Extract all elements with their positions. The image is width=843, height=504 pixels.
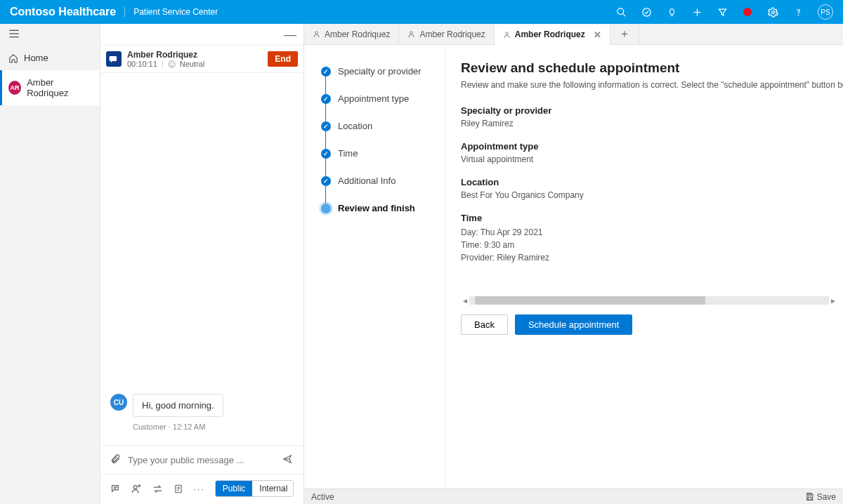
transfer-icon[interactable]	[152, 483, 163, 494]
review-subtitle: Review and make sure the following infor…	[461, 80, 843, 90]
svg-point-21	[315, 32, 318, 34]
chat-channel-icon	[106, 51, 122, 67]
minimize-icon[interactable]: —	[284, 27, 296, 42]
status-state: Active	[311, 492, 334, 502]
time-day: Day: Thu Apr 29 2021	[461, 226, 843, 239]
tab-add[interactable]: ＋	[610, 24, 639, 44]
appt-type-label: Appointment type	[461, 141, 843, 152]
tab-patient-1[interactable]: Amber Rodriquez	[304, 24, 399, 44]
svg-rect-24	[808, 493, 811, 496]
customer-avatar: CU	[110, 394, 127, 411]
specialty-value: Riley Ramirez	[461, 119, 843, 128]
step-label: Time	[338, 148, 358, 159]
appt-type-value: Virtual appointment	[461, 154, 843, 164]
session-name: Amber Rodriquez	[127, 50, 262, 60]
svg-point-22	[410, 32, 413, 34]
review-title: Review and schedule appointment	[461, 60, 843, 76]
step-time[interactable]: Time	[321, 140, 438, 167]
horizontal-scrollbar[interactable]: ◄ ►	[461, 296, 837, 305]
status-bar: Active Save	[304, 489, 843, 504]
location-label: Location	[461, 177, 843, 187]
toggle-internal[interactable]: Internal	[252, 481, 294, 496]
quick-reply-icon[interactable]	[110, 483, 122, 494]
search-icon[interactable]	[615, 6, 627, 18]
end-button[interactable]: End	[268, 51, 298, 67]
filter-icon[interactable]	[717, 6, 728, 18]
svg-point-23	[505, 32, 508, 34]
svg-point-10	[169, 60, 175, 67]
save-label: Save	[817, 492, 836, 502]
chat-body: CU Hi, good morning. Customer · 12:12 AM	[100, 73, 303, 445]
scroll-left-icon[interactable]: ◄	[461, 297, 469, 305]
step-additional[interactable]: Additional Info	[321, 167, 438, 194]
step-label: Additional Info	[338, 175, 396, 186]
back-button[interactable]: Back	[461, 314, 508, 335]
compose-input[interactable]	[128, 455, 274, 465]
svg-point-0	[617, 8, 623, 14]
record-indicator[interactable]	[742, 6, 753, 18]
session-timer: 00:10:11	[127, 60, 157, 68]
review-pane: Review and schedule appointment Review a…	[445, 45, 843, 489]
tab-label: Amber Rodriquez	[515, 29, 585, 39]
step-label: Appointment type	[338, 93, 409, 104]
svg-point-2	[642, 8, 650, 15]
attach-icon[interactable]	[110, 453, 121, 467]
nav-home-label: Home	[24, 53, 48, 63]
tab-label: Amber Rodriquez	[325, 29, 390, 39]
step-review[interactable]: Review and finish	[321, 194, 438, 222]
step-label: Location	[338, 121, 372, 131]
task-check-icon[interactable]	[641, 6, 652, 18]
time-label: Time	[461, 213, 843, 223]
sentiment-icon	[168, 60, 176, 68]
nav-patient[interactable]: AR Amber Rodriquez	[0, 70, 100, 105]
tab-label: Amber Rodriquez	[419, 29, 485, 39]
sentiment-label: Neutral	[180, 60, 204, 68]
person-icon	[313, 29, 320, 39]
save-button[interactable]: Save	[805, 492, 836, 502]
nav-patient-label: Amber Rodriquez	[27, 77, 91, 98]
left-nav: Home AR Amber Rodriquez	[0, 24, 100, 504]
svg-point-16	[138, 484, 140, 486]
send-icon[interactable]	[281, 454, 294, 466]
user-avatar[interactable]: PS	[818, 4, 833, 20]
add-icon[interactable]	[691, 6, 702, 18]
tab-patient-3[interactable]: Amber Rodriquez ✕	[495, 25, 610, 45]
top-bar: Contoso Healthcare Patient Service Cente…	[0, 0, 843, 24]
toggle-public[interactable]: Public	[216, 481, 253, 496]
nav-home[interactable]: Home	[0, 46, 100, 70]
specialty-label: Specialty or provider	[461, 105, 843, 116]
tab-patient-2[interactable]: Amber Rodriquez	[399, 24, 494, 44]
svg-line-1	[622, 13, 625, 16]
person-icon	[503, 30, 511, 39]
patient-avatar-badge: AR	[8, 81, 21, 95]
settings-icon[interactable]	[767, 6, 778, 18]
chat-message: CU Hi, good morning.	[110, 394, 294, 417]
step-label: Specialty or provider	[338, 66, 422, 77]
more-icon[interactable]: ···	[194, 483, 205, 494]
step-location[interactable]: Location	[321, 112, 438, 140]
consult-icon[interactable]	[131, 483, 143, 494]
tab-strip: Amber Rodriquez Amber Rodriquez Amber Ro…	[304, 24, 843, 45]
message-text: Hi, good morning.	[133, 394, 223, 417]
lightbulb-icon[interactable]	[666, 6, 677, 18]
brand-title: Contoso Healthcare	[10, 6, 116, 18]
time-time: Time: 9:30 am	[461, 239, 843, 251]
step-label: Review and finish	[338, 203, 415, 213]
chat-session-header[interactable]: Amber Rodriquez 00:10:11 | Neutral End	[100, 45, 303, 73]
stepper: Specialty or provider Appointment type L…	[304, 45, 445, 489]
help-icon[interactable]	[792, 6, 804, 18]
location-value: Best For You Organics Company	[461, 190, 843, 200]
tab-close-icon[interactable]: ✕	[594, 29, 601, 40]
person-icon	[407, 29, 415, 39]
step-specialty[interactable]: Specialty or provider	[321, 58, 438, 85]
schedule-button[interactable]: Schedule appointment	[515, 314, 632, 335]
notes-icon[interactable]	[173, 483, 184, 494]
main-column: Amber Rodriquez Amber Rodriquez Amber Ro…	[304, 24, 843, 504]
svg-rect-25	[808, 497, 811, 500]
hamburger-icon[interactable]	[0, 24, 100, 46]
time-provider: Provider: Riley Ramirez	[461, 251, 843, 264]
chat-panel: — Amber Rodriquez 00:10:11 | Neutral End…	[100, 24, 304, 504]
scroll-right-icon[interactable]: ►	[829, 297, 837, 305]
step-appt-type[interactable]: Appointment type	[321, 85, 438, 112]
compose-bar	[100, 445, 303, 474]
